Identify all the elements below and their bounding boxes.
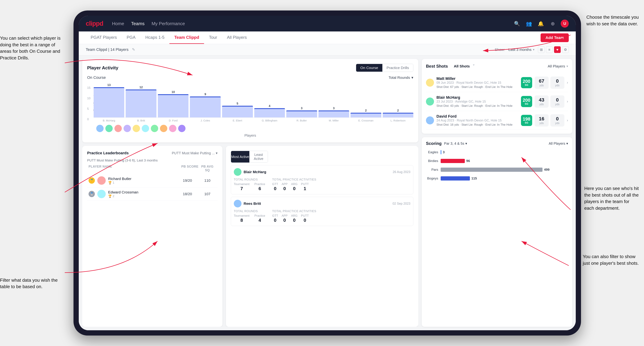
player-activity-header: Player Activity On Course Practice Drill… — [87, 64, 413, 72]
scoring-filter-1[interactable]: Par 3, 4 & 5s ▾ — [444, 141, 467, 146]
add-team-button[interactable]: Add Team — [540, 33, 569, 42]
shot-stats-2: 43 yds 0 yds — [534, 95, 564, 108]
shot-stat-dist-2: 43 yds — [534, 95, 548, 108]
chart-section-label: On Course — [87, 75, 106, 80]
tablet-device: clippd Home Teams My Performance 🔍 👥 🔔 ⊕… — [74, 10, 581, 336]
bars-section: Total Rounds 13 — [94, 83, 413, 122]
chevron-down-icon: ▾ — [566, 64, 568, 68]
rank-badge-1: 🥇 — [88, 177, 95, 184]
active-player-1-date: 26 Aug 2023 — [393, 170, 410, 174]
practice-val-1: 6 — [258, 186, 261, 191]
list-view-icon[interactable]: ≡ — [546, 46, 553, 53]
shot-chevron-1[interactable]: › — [567, 80, 568, 85]
scoring-header: Scoring Par 3, 4 & 5s ▾ All Players ▾ — [426, 141, 568, 146]
bar-l-robertson: 2 — [383, 82, 414, 117]
shot-info-3: David Ford 24 Aug 2023 · Royal North Dev… — [436, 114, 518, 127]
shot-stat-dist-1: 67 yds — [534, 77, 548, 89]
timescale-dropdown[interactable]: Last 3 months ▾ — [508, 47, 534, 52]
navbar-icons: 🔍 👥 🔔 ⊕ U — [513, 19, 569, 28]
settings-view-icon[interactable]: ⚙ — [562, 46, 569, 53]
birdies-label: Birdies — [426, 159, 438, 163]
shot-avatar-1 — [426, 79, 434, 87]
tab-tour[interactable]: Tour — [204, 31, 222, 44]
lb-score-1: 19/20 — [179, 178, 196, 183]
nav-home[interactable]: Home — [112, 20, 124, 27]
player-avatar-8[interactable] — [160, 124, 168, 133]
plus-circle-icon[interactable]: ⊕ — [549, 20, 556, 27]
active-player-1-info: Blair McHarg — [234, 168, 266, 176]
active-player-1-header: Blair McHarg 26 Aug 2023 — [234, 168, 410, 176]
active-player-2-date: 02 Sep 2023 — [392, 202, 410, 205]
people-icon[interactable]: 👥 — [525, 20, 533, 27]
bell-icon[interactable]: 🔔 — [537, 20, 544, 27]
practice-drills-toggle[interactable]: Practice Drills — [382, 64, 413, 72]
search-icon[interactable]: 🔍 — [513, 20, 521, 27]
practice-header: Practice Leaderboards PUTT Must Make Put… — [87, 151, 218, 155]
card-view-icon[interactable]: ♥ — [554, 46, 561, 53]
scoring-title: Scoring — [426, 141, 442, 146]
player-avatar-6[interactable] — [142, 124, 150, 133]
most-active-btn[interactable]: Most Active — [231, 151, 249, 163]
all-shots-tab[interactable]: All Shots — [450, 63, 473, 70]
bar-b-mcharg: 13 — [94, 82, 124, 117]
active-player-1: Blair McHarg 26 Aug 2023 Total Rounds To — [231, 165, 413, 194]
edit-icon[interactable]: ✎ — [132, 47, 135, 52]
bar-m-miller: 3 — [318, 82, 349, 117]
annotation-best-shots: Here you can see who's hit the best shot… — [584, 185, 639, 212]
annotation-timescale: Choose the timescale you wish to see the… — [586, 14, 639, 27]
total-practice-label: Total Practice Activities — [272, 178, 316, 181]
least-active-btn[interactable]: Least Active — [249, 151, 268, 163]
shot-stat-dist-3: 16 yds — [534, 114, 548, 127]
scoring-filter-2[interactable]: All Players ▾ — [549, 141, 568, 146]
shot-badge-2: 200 SG — [521, 96, 532, 107]
tab-pgat-players[interactable]: PGAT Players — [86, 31, 122, 44]
shot-row-3: David Ford 24 Aug 2023 · Royal North Dev… — [426, 111, 568, 130]
birdies-bar-container: 96 — [441, 158, 568, 164]
player-avatar-2[interactable] — [105, 124, 113, 133]
shot-stat-end-3: 0 yds — [550, 114, 564, 127]
player-avatar-9[interactable] — [169, 124, 177, 133]
scoring-row-eagles: Eagles 3 — [426, 149, 568, 155]
shot-stats-3: 16 yds 0 yds — [534, 114, 564, 127]
main-content: Player Activity On Course Practice Drill… — [79, 55, 576, 330]
user-avatar[interactable]: U — [561, 19, 569, 28]
shot-player-detail-2: 23 Jul 2023 · Ashridge GC, Hole 15 — [436, 100, 518, 103]
active-player-2-name: Rees Britt — [244, 201, 261, 206]
player-avatar-5[interactable] — [132, 124, 140, 133]
practice-filter-dropdown[interactable]: PUTT Must Make Putting ... ▾ — [172, 151, 218, 155]
col-player-name: PLAYER NAME — [88, 165, 181, 172]
tab-hcaps[interactable]: Hcaps 1-5 — [140, 31, 170, 44]
shot-stats-1: 67 yds 0 yds — [534, 77, 564, 89]
player-avatar-7[interactable] — [150, 124, 158, 133]
shots-tabs: All Shots ▾ — [450, 63, 474, 70]
shot-stat-end-1: 0 yds — [550, 77, 564, 89]
lb-player-name-2: Edward Crossman — [108, 190, 176, 194]
chart-metric-dropdown[interactable]: Total Rounds ▾ — [388, 75, 413, 80]
player-activity-title: Player Activity — [87, 65, 118, 71]
player-avatar-1[interactable] — [96, 124, 104, 133]
shot-info-1: Matt Miller 09 Jun 2023 · Royal North De… — [436, 76, 518, 89]
tab-all-players[interactable]: All Players — [222, 31, 252, 44]
nav-teams[interactable]: Teams — [131, 20, 144, 27]
leaderboard-row-2: 🥈 Edward Crossman 🏆 2 18/20 107 — [87, 187, 218, 201]
all-players-dropdown[interactable]: All Players ▾ — [548, 64, 568, 68]
tab-pga[interactable]: PGA — [122, 31, 140, 44]
practice-subtitle: PUTT Must Make Putting (3-6 ft), Last 3 … — [87, 159, 218, 162]
player-avatar-3[interactable] — [114, 124, 122, 133]
shot-player-detail-3: 24 Aug 2023 · Royal North Devon GC, Hole… — [436, 119, 518, 122]
grid-view-icon[interactable]: ⊞ — [538, 46, 544, 53]
nav-my-performance[interactable]: My Performance — [152, 20, 185, 27]
player-avatar-4[interactable] — [123, 124, 131, 133]
shot-row-2: Blair McHarg 23 Jul 2023 · Ashridge GC, … — [426, 92, 568, 111]
on-course-toggle[interactable]: On Course — [356, 64, 382, 72]
eagles-value: 3 — [443, 150, 445, 154]
annotation-filter-table: Filter what data you wish the table to b… — [0, 277, 58, 290]
bogeys-label: Bogeys — [426, 176, 438, 180]
active-player-1-stats: Total Rounds Tournament 7 Practice — [234, 178, 410, 191]
total-rounds-label: Total Rounds — [234, 178, 265, 181]
shot-chevron-3[interactable]: › — [567, 118, 568, 123]
shot-chevron-2[interactable]: › — [567, 99, 568, 104]
player-avatar-10[interactable] — [178, 124, 186, 133]
team-bar-controls: Show: Last 3 months ▾ ⊞ ≡ ♥ ⚙ — [495, 46, 569, 53]
tab-team-clippd[interactable]: Team Clippd — [170, 31, 204, 44]
